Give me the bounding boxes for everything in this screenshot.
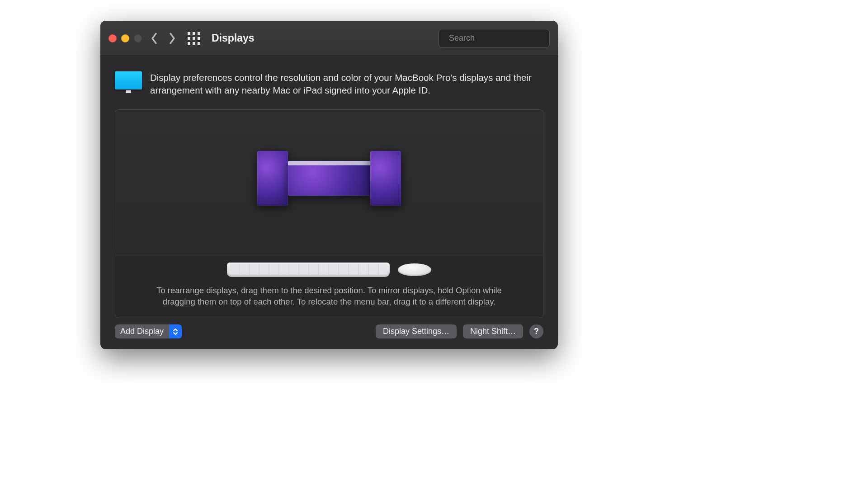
arrangement-box: To rearrange displays, drag them to the …	[115, 109, 543, 318]
window-controls	[108, 34, 142, 42]
zoom-icon[interactable]	[134, 34, 142, 42]
content-area: Display preferences control the resoluti…	[100, 56, 558, 349]
show-all-button[interactable]	[187, 32, 201, 45]
menu-bar-handle[interactable]	[288, 161, 370, 165]
svg-rect-4	[193, 37, 195, 40]
mouse-icon	[398, 263, 431, 276]
display-left[interactable]	[257, 151, 288, 206]
intro-text: Display preferences control the resoluti…	[150, 71, 543, 97]
forward-button[interactable]	[166, 30, 178, 47]
chevron-left-icon	[151, 32, 158, 45]
display-main[interactable]	[288, 161, 370, 196]
search-input[interactable]	[449, 33, 554, 43]
night-shift-button[interactable]: Night Shift…	[463, 324, 523, 338]
svg-rect-5	[198, 37, 200, 40]
chevron-right-icon	[169, 32, 176, 45]
grid-icon	[188, 32, 200, 45]
arrangement-footer: To rearrange displays, drag them to the …	[115, 256, 543, 318]
back-button[interactable]	[148, 30, 160, 47]
add-display-toggle[interactable]	[169, 324, 182, 338]
help-button[interactable]: ?	[529, 324, 543, 338]
keyboard-icon	[227, 263, 390, 277]
svg-rect-3	[188, 37, 190, 40]
svg-rect-8	[198, 42, 200, 45]
peripherals-illustration	[133, 263, 525, 277]
system-preferences-window: Displays Display preferences control the…	[100, 21, 558, 349]
search-field[interactable]	[439, 29, 550, 48]
arrangement-area[interactable]	[115, 110, 543, 256]
minimize-icon[interactable]	[121, 34, 129, 42]
dropdown-arrows-icon	[173, 328, 178, 335]
display-right[interactable]	[370, 151, 401, 206]
display-icon	[115, 71, 142, 92]
close-icon[interactable]	[108, 34, 117, 42]
display-settings-button[interactable]: Display Settings…	[376, 324, 457, 338]
svg-rect-6	[188, 42, 190, 45]
svg-rect-7	[193, 42, 195, 45]
svg-rect-0	[188, 32, 190, 35]
svg-rect-2	[198, 32, 200, 35]
svg-rect-1	[193, 32, 195, 35]
add-display-dropdown[interactable]: Add Display	[115, 324, 182, 338]
bottom-button-row: Add Display Display Settings… Night Shif…	[115, 324, 543, 338]
add-display-label: Add Display	[115, 327, 169, 336]
titlebar: Displays	[100, 21, 558, 56]
page-title: Displays	[212, 32, 255, 44]
arrangement-hint: To rearrange displays, drag them to the …	[153, 285, 505, 308]
monitor-group	[257, 151, 401, 206]
intro-row: Display preferences control the resoluti…	[115, 71, 543, 97]
